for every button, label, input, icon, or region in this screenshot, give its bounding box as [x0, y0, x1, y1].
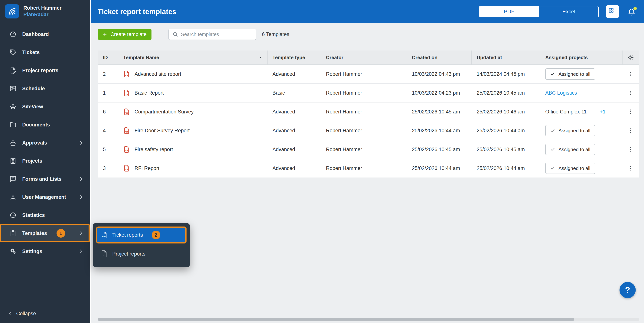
horizontal-scrollbar-thumb[interactable]	[98, 318, 574, 321]
pdf-file-icon: PDF	[123, 89, 130, 96]
column-header-template-type[interactable]: Template type	[268, 50, 321, 64]
cell-template-type: Advanced	[268, 166, 321, 171]
templates-table: ID Template Name Template type Creator C…	[98, 50, 639, 178]
chevron-right-icon	[78, 248, 84, 254]
sidebar-item-documents[interactable]: Documents	[0, 116, 90, 134]
table-row[interactable]: 1PDFBasic ReportBasicRobert Hammer10/03/…	[98, 84, 639, 102]
template-name-text: Basic Report	[134, 90, 164, 96]
sidebar-item-siteview[interactable]: SiteView	[0, 98, 90, 116]
row-menu-kebab-icon[interactable]	[628, 90, 634, 96]
page-title: Ticket report templates	[98, 8, 176, 16]
sidebar-item-schedule[interactable]: Schedule	[0, 80, 90, 98]
cell-assigned-projects: Office Complex 11+1	[540, 109, 622, 115]
flyout-item-ticket-reports[interactable]: PDFTicket reports2	[96, 226, 186, 244]
table-row[interactable]: 2PDFAdvanced site reportAdvancedRobert H…	[98, 65, 639, 84]
sidebar-item-forms-and-lists[interactable]: Forms and Lists	[0, 170, 90, 188]
clipboard-icon	[10, 230, 16, 237]
sidebar-item-project-reports[interactable]: Project reports	[0, 62, 90, 80]
sidebar-item-templates[interactable]: Templates1	[0, 224, 90, 242]
planradar-logo-icon	[5, 4, 19, 18]
row-menu-kebab-icon[interactable]	[628, 165, 634, 172]
cell-creator: Robert Hammer	[321, 146, 407, 152]
template-name-text: Advanced site report	[134, 71, 181, 77]
table-row[interactable]: 4PDFFire Door Survey ReportAdvancedRober…	[98, 121, 639, 140]
assigned-to-all-button[interactable]: Assigned to all	[545, 144, 595, 155]
column-header-assigned-projects[interactable]: Assigned projects	[540, 50, 622, 64]
sidebar-item-label: Statistics	[22, 212, 45, 218]
table-row[interactable]: 3PDFRFI ReportAdvancedRobert Hammer25/02…	[98, 159, 639, 178]
template-name-text: Fire Door Survey Report	[134, 128, 190, 134]
sidebar-item-label: Projects	[22, 158, 42, 164]
flyout-item-project-reports[interactable]: Project reports	[96, 245, 186, 262]
assigned-to-all-button[interactable]: Assigned to all	[545, 163, 595, 174]
notifications-button[interactable]	[626, 6, 637, 17]
topbar-actions: PDF Excel	[479, 5, 637, 18]
row-menu-kebab-icon[interactable]	[628, 71, 634, 77]
column-header-template-name[interactable]: Template Name	[118, 50, 268, 64]
sidebar-item-approvals[interactable]: Approvals	[0, 134, 90, 152]
user-profile-block[interactable]: Robert Hammer PlanRadar	[0, 0, 90, 22]
assigned-label: Assigned to all	[558, 166, 590, 171]
tag-icon	[10, 49, 16, 56]
assigned-label: Assigned to all	[558, 146, 590, 152]
templates-count: 6 Templates	[262, 32, 289, 37]
help-button[interactable]: ?	[620, 282, 636, 298]
cell-created-on: 10/03/2022 04:23 pm	[407, 90, 472, 96]
cell-assigned-projects: Assigned to all	[540, 125, 622, 136]
report-icon	[10, 67, 16, 74]
cell-template-name: PDFFire safety report	[118, 146, 268, 153]
column-header-creator[interactable]: Creator	[321, 50, 407, 64]
sidebar-item-projects[interactable]: Projects	[0, 152, 90, 170]
chevron-right-icon	[78, 230, 84, 236]
pdf-toggle-button[interactable]: PDF	[479, 6, 539, 17]
cell-template-type: Advanced	[268, 146, 321, 152]
column-label: Template Name	[123, 55, 159, 60]
column-header-created-on[interactable]: Created on	[407, 50, 472, 64]
cell-creator: Robert Hammer	[321, 90, 407, 96]
template-name-text: Compartmentation Survey	[134, 109, 194, 115]
more-projects-link[interactable]: +1	[600, 109, 606, 115]
cell-actions	[622, 90, 639, 96]
column-label: Assigned projects	[545, 55, 588, 60]
topbar: Ticket report templates PDF Excel	[91, 0, 644, 23]
sidebar-item-label: Templates	[22, 230, 47, 236]
assigned-project-link[interactable]: ABC Logistics	[545, 90, 577, 96]
row-menu-kebab-icon[interactable]	[628, 108, 634, 115]
cell-updated-at: 25/02/2026 10:44 am	[472, 166, 540, 171]
create-template-button[interactable]: Create template	[98, 29, 152, 40]
report-format-toggle: PDF Excel	[479, 6, 599, 17]
table-body: 2PDFAdvanced site reportAdvancedRobert H…	[98, 65, 639, 178]
sidebar-item-user-management[interactable]: User Management	[0, 188, 90, 206]
cell-created-on: 25/02/2026 10:45 am	[407, 146, 472, 152]
column-header-id[interactable]: ID	[98, 50, 118, 64]
cell-created-on: 25/02/2026 10:44 am	[407, 166, 472, 171]
table-settings-gear-icon[interactable]	[622, 50, 639, 64]
cell-id: 3	[98, 166, 118, 171]
table-row[interactable]: 5PDFFire safety reportAdvancedRobert Ham…	[98, 140, 639, 159]
assigned-to-all-button[interactable]: Assigned to all	[545, 68, 595, 80]
assigned-to-all-button[interactable]: Assigned to all	[545, 125, 595, 136]
collapse-button[interactable]: Collapse	[0, 304, 90, 323]
check-icon	[550, 72, 555, 76]
sidebar-item-statistics[interactable]: Statistics	[0, 206, 90, 224]
cell-creator: Robert Hammer	[321, 109, 407, 115]
doc-file-icon	[100, 250, 108, 258]
sidebar-item-tickets[interactable]: Tickets	[0, 43, 90, 62]
table-row[interactable]: 6PDFCompartmentation SurveyAdvancedRober…	[98, 102, 639, 121]
row-menu-kebab-icon[interactable]	[628, 128, 634, 134]
column-label: Template type	[272, 55, 305, 60]
sidebar-item-dashboard[interactable]: Dashboard	[0, 25, 90, 43]
excel-toggle-button[interactable]: Excel	[539, 6, 598, 17]
apps-button[interactable]	[606, 5, 619, 18]
column-header-updated-at[interactable]: Updated at	[472, 50, 540, 64]
cell-updated-at: 25/02/2026 10:46 am	[472, 109, 540, 115]
svg-text:PDF: PDF	[125, 112, 128, 114]
sidebar-item-settings[interactable]: Settings	[0, 242, 90, 260]
flyout-item-label: Ticket reports	[112, 232, 143, 238]
templates-flyout-menu: PDFTicket reports2Project reports	[93, 223, 190, 267]
search-input[interactable]	[181, 32, 252, 37]
pdf-file-icon: PDF	[123, 70, 130, 78]
row-menu-kebab-icon[interactable]	[628, 146, 634, 153]
cell-template-type: Advanced	[268, 128, 321, 134]
sort-ascending-icon[interactable]	[258, 56, 263, 60]
